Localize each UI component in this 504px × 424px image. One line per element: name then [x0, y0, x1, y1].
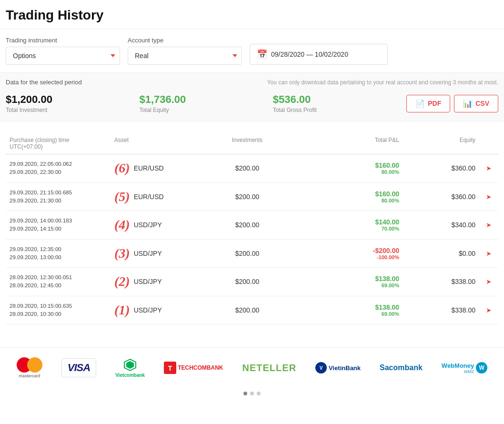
mastercard-logo: mastercard [17, 357, 42, 378]
row-badge: (6) [114, 161, 130, 176]
row-expand-col[interactable]: ➤ [479, 250, 498, 257]
page-header: Trading History [0, 0, 504, 29]
chevron-down-icon[interactable]: ➤ [486, 306, 492, 314]
row-investments: $200.00 [168, 278, 327, 285]
date-picker[interactable]: 📅 09/28/2020 — 10/02/2020 [250, 44, 388, 65]
header-pnl: Total P&L [327, 137, 403, 150]
row-expand-col[interactable]: ➤ [479, 221, 498, 229]
table-row: 28.09.2020, 12:30:00.05128.09.2020, 12:4… [6, 268, 498, 296]
row-time: 29.09.2020, 21:15:00.68529.09.2020, 21:3… [6, 189, 111, 205]
table-row: 29.09.2020, 12:35:0029.09.2020, 13:00:00… [6, 240, 498, 268]
dot-2[interactable] [250, 392, 254, 395]
row-expand-col[interactable]: ➤ [479, 193, 498, 201]
table-section: Purchase (closing) timeUTC(+07:00) Asset… [0, 133, 504, 324]
header-time: Purchase (closing) timeUTC(+07:00) [6, 137, 111, 150]
tcb-text: TECHCOMBANK [178, 364, 223, 371]
instrument-select[interactable]: Options [6, 47, 120, 65]
chevron-down-icon[interactable]: ➤ [486, 221, 492, 229]
csv-label: CSV [475, 100, 489, 107]
data-section: Data for the selected period You can onl… [0, 73, 504, 121]
row-time: 29.09.2020, 12:35:0029.09.2020, 13:00:00 [6, 245, 111, 262]
row-equity: $0.00 [403, 250, 479, 257]
table-row: 29.09.2020, 14:00:00.18329.09.2020, 14:1… [6, 211, 498, 240]
neteller-logo: NETELLER [242, 363, 297, 374]
row-pnl-amount: $140.00 [375, 218, 399, 226]
total-equity-label: Total Equity [139, 107, 272, 113]
instrument-select-wrapper: Options [6, 47, 120, 65]
row-asset-col: (6) EUR/USD [111, 161, 168, 176]
row-badge: (2) [114, 274, 130, 289]
row-pnl-percent: 80.00% [331, 198, 399, 203]
vietinbank-logo: V VietinBank [315, 362, 361, 374]
csv-button[interactable]: 📊 CSV [454, 95, 498, 112]
row-investments: $200.00 [168, 221, 327, 229]
header-investments: Investments [168, 137, 327, 150]
chevron-down-icon[interactable]: ➤ [486, 250, 492, 257]
row-badge: (1) [114, 303, 130, 318]
row-pnl: -$200.00 -100.00% [327, 247, 403, 260]
row-pnl: $138.00 69.00% [327, 303, 403, 317]
row-asset-col: (4) USD/JPY [111, 217, 168, 232]
visa-logo: VISA [61, 358, 96, 377]
row-expand-col[interactable]: ➤ [479, 278, 498, 285]
account-label: Account type [128, 37, 242, 44]
row-asset-name: EUR/USD [134, 193, 164, 201]
dot-1[interactable] [243, 392, 247, 395]
svg-text:T: T [168, 364, 172, 372]
row-asset-name: USD/JPY [134, 250, 162, 257]
row-badge: (4) [114, 217, 130, 232]
vietcombank-logo: Vietcombank [115, 358, 145, 378]
vcb-icon [123, 358, 137, 372]
total-gross-profit: $536.00 Total Gross Profit [273, 93, 406, 113]
row-expand-col[interactable]: ➤ [479, 164, 498, 172]
instrument-label: Trading instrument [6, 37, 120, 44]
page-title: Trading History [6, 8, 498, 23]
pdf-button[interactable]: 📄 PDF [406, 95, 450, 112]
data-note: You can only download data pertaining to… [267, 79, 498, 86]
instrument-filter-group: Trading instrument Options [6, 37, 120, 65]
row-asset-col: (5) EUR/USD [111, 189, 168, 204]
row-pnl-percent: 69.00% [331, 283, 399, 288]
row-expand-col[interactable]: ➤ [479, 306, 498, 314]
chevron-down-icon[interactable]: ➤ [486, 278, 492, 285]
account-filter-group: Account type Real [128, 37, 242, 65]
vtb-icon: V [315, 362, 327, 374]
header-equity: Equity [403, 137, 479, 150]
row-asset-col: (3) USD/JPY [111, 246, 168, 261]
summary-row: $1,200.00 Total Investment $1,736.00 Tot… [0, 90, 504, 121]
csv-icon: 📊 [463, 99, 473, 108]
account-select-wrapper: Real [128, 47, 242, 65]
account-select[interactable]: Real [128, 47, 242, 65]
visa-text: VISA [61, 358, 96, 377]
row-asset-name: USD/JPY [134, 221, 162, 229]
row-pnl-amount: -$200.00 [373, 247, 399, 254]
row-equity: $360.00 [403, 164, 479, 172]
sacombank-logo: Sacombank [380, 363, 423, 372]
filter-section: Trading instrument Options Account type … [0, 29, 504, 73]
total-gross-profit-amount: $536.00 [273, 93, 406, 106]
chevron-down-icon[interactable]: ➤ [486, 193, 492, 201]
row-pnl-amount: $138.00 [375, 303, 399, 311]
header-expand [479, 137, 498, 150]
dot-3[interactable] [257, 392, 261, 395]
row-pnl: $160.00 80.00% [327, 190, 403, 203]
row-pnl: $140.00 70.00% [327, 218, 403, 232]
row-pnl-percent: 80.00% [331, 169, 399, 175]
chevron-down-icon[interactable]: ➤ [486, 164, 492, 172]
row-pnl-amount: $138.00 [375, 275, 399, 283]
sacombank-text: Sacombank [380, 363, 423, 372]
export-buttons: 📄 PDF 📊 CSV [406, 95, 498, 112]
table-body: 29.09.2020, 22:05:00.06229.09.2020, 22:3… [6, 154, 498, 324]
table-row: 28.09.2020, 10:15:00.63528.09.2020, 10:3… [6, 296, 498, 325]
row-investments: $200.00 [168, 193, 327, 201]
total-investment: $1,200.00 Total Investment [6, 93, 139, 113]
total-gross-profit-label: Total Gross Profit [273, 107, 406, 113]
row-equity: $338.00 [403, 306, 479, 314]
row-asset-name: USD/JPY [134, 306, 162, 314]
row-time: 28.09.2020, 12:30:00.05128.09.2020, 12:4… [6, 273, 111, 290]
mc-text: mastercard [19, 374, 40, 378]
row-pnl-percent: 69.00% [331, 311, 399, 317]
row-equity: $360.00 [403, 193, 479, 201]
period-label: Data for the selected period [6, 79, 82, 86]
svg-marker-1 [126, 361, 134, 369]
